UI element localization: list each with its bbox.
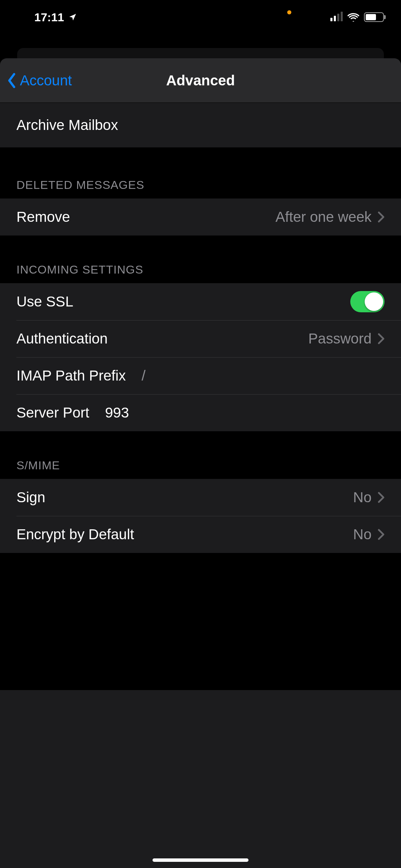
status-time: 17:11 bbox=[34, 11, 64, 24]
status-bar: 17:11 bbox=[0, 0, 401, 34]
back-button[interactable]: Account bbox=[0, 72, 72, 89]
encrypt-value: No bbox=[353, 526, 372, 543]
chevron-right-icon bbox=[378, 492, 385, 503]
archive-mailbox-row[interactable]: Archive Mailbox bbox=[0, 103, 401, 147]
wifi-icon bbox=[348, 13, 359, 22]
encrypt-by-default-row[interactable]: Encrypt by Default No bbox=[0, 516, 401, 553]
recording-indicator-dot bbox=[287, 10, 291, 14]
chevron-left-icon bbox=[7, 73, 17, 88]
sign-label: Sign bbox=[16, 489, 45, 506]
archive-mailbox-label: Archive Mailbox bbox=[16, 117, 118, 133]
incoming-settings-header: INCOMING SETTINGS bbox=[0, 236, 401, 283]
imap-path-prefix-label: IMAP Path Prefix bbox=[16, 367, 126, 384]
imap-path-prefix-value: / bbox=[142, 367, 146, 384]
remove-row[interactable]: Remove After one week bbox=[0, 198, 401, 236]
smime-header: S/MIME bbox=[0, 431, 401, 479]
authentication-label: Authentication bbox=[16, 330, 108, 347]
settings-sheet: Account Advanced Archive Mailbox DELETED… bbox=[0, 58, 401, 868]
imap-path-prefix-row[interactable]: IMAP Path Prefix / bbox=[0, 357, 401, 394]
server-port-label: Server Port bbox=[16, 405, 89, 421]
location-icon bbox=[68, 13, 77, 22]
chevron-right-icon bbox=[378, 211, 385, 223]
server-port-row[interactable]: Server Port 993 bbox=[0, 394, 401, 431]
remove-label: Remove bbox=[16, 209, 70, 225]
authentication-row[interactable]: Authentication Password bbox=[0, 320, 401, 357]
back-label: Account bbox=[20, 72, 72, 89]
cellular-signal-icon bbox=[330, 13, 343, 21]
chevron-right-icon bbox=[378, 333, 385, 345]
battery-icon bbox=[364, 12, 384, 22]
deleted-messages-header: DELETED MESSAGES bbox=[0, 147, 401, 198]
use-ssl-row: Use SSL bbox=[0, 283, 401, 320]
remove-value: After one week bbox=[276, 209, 372, 225]
use-ssl-label: Use SSL bbox=[16, 293, 73, 310]
settings-content: Archive Mailbox DELETED MESSAGES Remove … bbox=[0, 103, 401, 690]
use-ssl-toggle[interactable] bbox=[350, 291, 385, 312]
sign-row[interactable]: Sign No bbox=[0, 479, 401, 516]
chevron-right-icon bbox=[378, 529, 385, 540]
authentication-value: Password bbox=[308, 330, 372, 347]
nav-bar: Account Advanced bbox=[0, 58, 401, 103]
server-port-value: 993 bbox=[105, 405, 129, 421]
home-indicator[interactable] bbox=[153, 858, 248, 862]
sign-value: No bbox=[353, 489, 372, 506]
encrypt-label: Encrypt by Default bbox=[16, 526, 134, 543]
